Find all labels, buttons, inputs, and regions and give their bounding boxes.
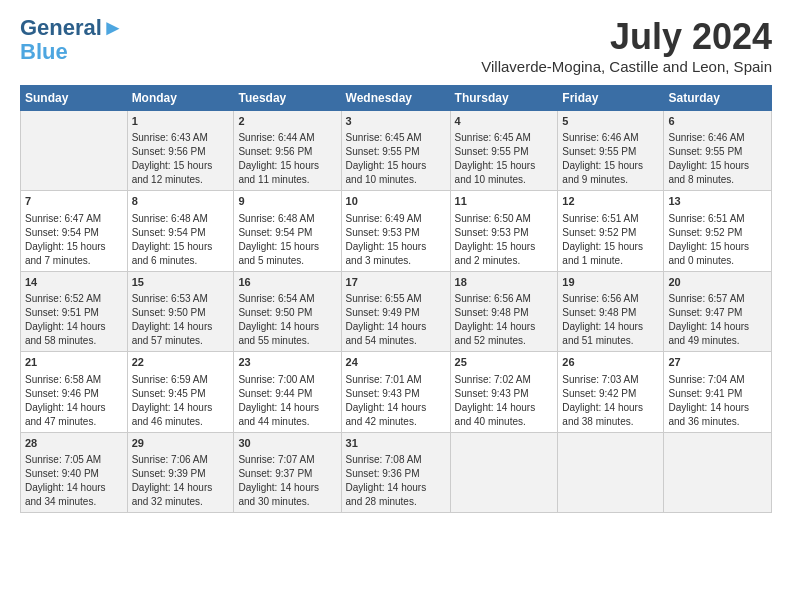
- calendar-cell: 27Sunrise: 7:04 AMSunset: 9:41 PMDayligh…: [664, 352, 772, 432]
- day-number: 4: [455, 114, 554, 129]
- week-row-4: 21Sunrise: 6:58 AMSunset: 9:46 PMDayligh…: [21, 352, 772, 432]
- day-info: Sunset: 9:47 PM: [668, 306, 767, 320]
- day-info: Sunrise: 7:06 AM: [132, 453, 230, 467]
- calendar-cell: 26Sunrise: 7:03 AMSunset: 9:42 PMDayligh…: [558, 352, 664, 432]
- day-number: 12: [562, 194, 659, 209]
- calendar-cell: 10Sunrise: 6:49 AMSunset: 9:53 PMDayligh…: [341, 191, 450, 271]
- day-info: Sunrise: 6:58 AM: [25, 373, 123, 387]
- day-number: 8: [132, 194, 230, 209]
- day-info: Daylight: 14 hours: [25, 481, 123, 495]
- day-info: Sunset: 9:48 PM: [455, 306, 554, 320]
- day-info: Daylight: 15 hours: [346, 159, 446, 173]
- day-number: 22: [132, 355, 230, 370]
- day-number: 10: [346, 194, 446, 209]
- day-info: Sunrise: 6:46 AM: [668, 131, 767, 145]
- day-info: Sunset: 9:54 PM: [238, 226, 336, 240]
- day-number: 13: [668, 194, 767, 209]
- day-info: Sunrise: 7:07 AM: [238, 453, 336, 467]
- day-info: Daylight: 15 hours: [132, 159, 230, 173]
- day-info: and 7 minutes.: [25, 254, 123, 268]
- day-info: Daylight: 15 hours: [455, 240, 554, 254]
- day-info: Sunset: 9:48 PM: [562, 306, 659, 320]
- day-number: 23: [238, 355, 336, 370]
- day-info: Sunset: 9:36 PM: [346, 467, 446, 481]
- day-info: Daylight: 14 hours: [455, 401, 554, 415]
- day-info: Sunrise: 6:48 AM: [238, 212, 336, 226]
- day-info: Daylight: 14 hours: [346, 320, 446, 334]
- col-saturday: Saturday: [664, 86, 772, 111]
- day-info: and 30 minutes.: [238, 495, 336, 509]
- day-info: and 32 minutes.: [132, 495, 230, 509]
- day-info: Sunrise: 6:54 AM: [238, 292, 336, 306]
- day-info: Daylight: 14 hours: [132, 320, 230, 334]
- day-info: Sunrise: 6:49 AM: [346, 212, 446, 226]
- day-info: and 49 minutes.: [668, 334, 767, 348]
- calendar-cell: 30Sunrise: 7:07 AMSunset: 9:37 PMDayligh…: [234, 432, 341, 512]
- day-number: 9: [238, 194, 336, 209]
- day-info: Sunset: 9:52 PM: [668, 226, 767, 240]
- calendar-cell: 20Sunrise: 6:57 AMSunset: 9:47 PMDayligh…: [664, 271, 772, 351]
- day-info: Daylight: 14 hours: [562, 320, 659, 334]
- day-info: Sunset: 9:56 PM: [132, 145, 230, 159]
- col-tuesday: Tuesday: [234, 86, 341, 111]
- day-info: Sunset: 9:54 PM: [25, 226, 123, 240]
- header-row: Sunday Monday Tuesday Wednesday Thursday…: [21, 86, 772, 111]
- month-title: July 2024: [481, 16, 772, 58]
- day-info: Daylight: 15 hours: [25, 240, 123, 254]
- calendar-cell: 6Sunrise: 6:46 AMSunset: 9:55 PMDaylight…: [664, 111, 772, 191]
- day-info: Sunrise: 6:57 AM: [668, 292, 767, 306]
- header: General► Blue July 2024 Villaverde-Mogin…: [20, 16, 772, 75]
- day-info: Daylight: 14 hours: [238, 481, 336, 495]
- day-info: Sunset: 9:43 PM: [455, 387, 554, 401]
- day-info: Daylight: 15 hours: [455, 159, 554, 173]
- day-info: and 54 minutes.: [346, 334, 446, 348]
- day-number: 7: [25, 194, 123, 209]
- day-info: and 6 minutes.: [132, 254, 230, 268]
- day-number: 29: [132, 436, 230, 451]
- day-info: Daylight: 14 hours: [132, 481, 230, 495]
- day-number: 19: [562, 275, 659, 290]
- logo-text: General►: [20, 16, 124, 40]
- day-info: and 8 minutes.: [668, 173, 767, 187]
- calendar-cell: 16Sunrise: 6:54 AMSunset: 9:50 PMDayligh…: [234, 271, 341, 351]
- page: General► Blue July 2024 Villaverde-Mogin…: [0, 0, 792, 523]
- day-number: 11: [455, 194, 554, 209]
- calendar-body: 1Sunrise: 6:43 AMSunset: 9:56 PMDaylight…: [21, 111, 772, 513]
- calendar-cell: 11Sunrise: 6:50 AMSunset: 9:53 PMDayligh…: [450, 191, 558, 271]
- day-info: and 3 minutes.: [346, 254, 446, 268]
- calendar-cell: 28Sunrise: 7:05 AMSunset: 9:40 PMDayligh…: [21, 432, 128, 512]
- day-info: Daylight: 15 hours: [562, 159, 659, 173]
- day-number: 20: [668, 275, 767, 290]
- day-info: Sunrise: 6:44 AM: [238, 131, 336, 145]
- day-info: Sunset: 9:41 PM: [668, 387, 767, 401]
- day-number: 26: [562, 355, 659, 370]
- day-info: Sunrise: 6:53 AM: [132, 292, 230, 306]
- day-info: Sunset: 9:56 PM: [238, 145, 336, 159]
- day-info: and 12 minutes.: [132, 173, 230, 187]
- day-info: Sunrise: 6:56 AM: [562, 292, 659, 306]
- day-number: 30: [238, 436, 336, 451]
- day-info: Sunset: 9:55 PM: [562, 145, 659, 159]
- day-info: Sunrise: 6:59 AM: [132, 373, 230, 387]
- day-number: 31: [346, 436, 446, 451]
- day-info: and 28 minutes.: [346, 495, 446, 509]
- day-info: and 40 minutes.: [455, 415, 554, 429]
- day-number: 28: [25, 436, 123, 451]
- calendar-cell: [450, 432, 558, 512]
- col-sunday: Sunday: [21, 86, 128, 111]
- day-info: and 55 minutes.: [238, 334, 336, 348]
- day-info: Sunrise: 7:00 AM: [238, 373, 336, 387]
- day-info: Sunrise: 7:08 AM: [346, 453, 446, 467]
- day-info: Sunrise: 6:51 AM: [562, 212, 659, 226]
- day-info: Daylight: 14 hours: [238, 401, 336, 415]
- day-info: Sunrise: 6:50 AM: [455, 212, 554, 226]
- day-info: Sunrise: 7:05 AM: [25, 453, 123, 467]
- day-info: and 42 minutes.: [346, 415, 446, 429]
- day-info: Daylight: 15 hours: [132, 240, 230, 254]
- day-number: 14: [25, 275, 123, 290]
- day-number: 1: [132, 114, 230, 129]
- day-info: and 2 minutes.: [455, 254, 554, 268]
- day-info: Sunset: 9:39 PM: [132, 467, 230, 481]
- calendar-cell: 4Sunrise: 6:45 AMSunset: 9:55 PMDaylight…: [450, 111, 558, 191]
- calendar-cell: 17Sunrise: 6:55 AMSunset: 9:49 PMDayligh…: [341, 271, 450, 351]
